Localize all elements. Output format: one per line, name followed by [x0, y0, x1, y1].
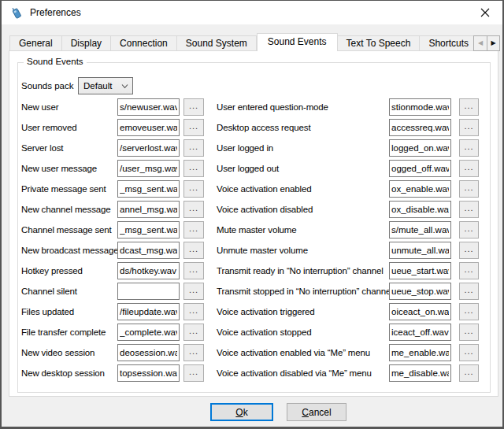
- sounds-pack-select[interactable]: Default: [78, 77, 133, 94]
- arrow-left-icon: ◀: [478, 40, 483, 46]
- sound-event-row: Voice activation stopped...: [9, 324, 498, 341]
- sound-event-row: Unmute master volume...: [9, 242, 498, 259]
- sound-event-label: Transmit stopped in “No interruption” ch…: [217, 287, 393, 296]
- sound-event-label: Desktop access request: [217, 123, 310, 132]
- sound-file-input[interactable]: [389, 283, 451, 300]
- browse-button[interactable]: ...: [459, 201, 479, 218]
- chevron-down-icon: [121, 83, 128, 89]
- sound-event-label: Unmute master volume: [217, 246, 308, 255]
- browse-button[interactable]: ...: [459, 262, 479, 279]
- close-icon: [480, 8, 490, 17]
- sound-file-input[interactable]: [389, 201, 451, 218]
- app-icon: [10, 6, 23, 19]
- tab-bar: GeneralDisplayConnectionSound SystemSoun…: [9, 33, 498, 51]
- sound-event-row: Voice activation disabled via “Me” menu.…: [9, 364, 498, 382]
- sound-file-input[interactable]: [389, 98, 451, 116]
- tab-scroll-buttons: ◀ ▶: [473, 35, 500, 51]
- sound-file-input[interactable]: [389, 364, 451, 382]
- sound-event-label: Voice activation triggered: [217, 307, 315, 316]
- sound-file-input[interactable]: [389, 160, 451, 177]
- sound-event-label: User logged out: [217, 164, 279, 173]
- browse-button[interactable]: ...: [459, 160, 479, 177]
- browse-button[interactable]: ...: [459, 283, 479, 300]
- tab-shortcuts[interactable]: Shortcuts: [420, 35, 478, 50]
- sound-event-row: Transmit ready in “No interruption” chan…: [9, 262, 498, 279]
- sound-file-input[interactable]: [389, 344, 451, 361]
- sound-event-label: Voice activation disabled: [217, 205, 313, 214]
- sound-event-label: Voice activation disabled via “Me” menu: [217, 368, 372, 378]
- browse-button[interactable]: ...: [459, 303, 479, 320]
- tab-text-to-speech[interactable]: Text To Speech: [338, 35, 421, 50]
- sound-event-row: Voice activation triggered...: [9, 303, 498, 320]
- sound-event-label: User logged in: [217, 143, 273, 153]
- browse-button[interactable]: ...: [459, 119, 479, 136]
- tab-sound-events[interactable]: Sound Events: [257, 33, 338, 51]
- sound-event-row: User entered question-mode...: [9, 98, 498, 116]
- window-title: Preferences: [30, 1, 81, 24]
- sound-event-row: Mute master volume...: [9, 221, 498, 239]
- cancel-button[interactable]: Cancel: [287, 403, 346, 421]
- sound-event-row: Voice activation enabled via “Me” menu..…: [9, 344, 498, 361]
- sound-file-input[interactable]: [389, 180, 451, 198]
- arrow-right-icon: ▶: [491, 40, 495, 46]
- sound-event-row: Transmit stopped in “No interruption” ch…: [9, 283, 498, 300]
- sound-event-label: Transmit ready in “No interruption” chan…: [217, 266, 384, 276]
- sound-file-input[interactable]: [389, 303, 451, 320]
- browse-button[interactable]: ...: [459, 242, 479, 259]
- browse-button[interactable]: ...: [459, 221, 479, 239]
- titlebar: Preferences: [2, 1, 502, 24]
- sound-file-input[interactable]: [389, 324, 451, 341]
- sound-file-input[interactable]: [389, 262, 451, 279]
- sound-events-tab-page: Sound Events Sounds pack Default New use…: [9, 50, 498, 397]
- preferences-dialog: Preferences GeneralDisplayConnectionSoun…: [0, 0, 504, 429]
- browse-button[interactable]: ...: [459, 98, 479, 116]
- sound-file-input[interactable]: [389, 221, 451, 239]
- tab-display[interactable]: Display: [62, 35, 111, 50]
- sounds-pack-value: Default: [83, 78, 112, 94]
- browse-button[interactable]: ...: [459, 364, 479, 382]
- sound-event-label: Voice activation stopped: [217, 327, 311, 337]
- browse-button[interactable]: ...: [459, 180, 479, 198]
- sound-event-row: User logged in...: [9, 139, 498, 157]
- sound-event-row: Desktop access request...: [9, 119, 498, 136]
- browse-button[interactable]: ...: [459, 344, 479, 361]
- sound-event-label: Voice activation enabled: [217, 184, 311, 194]
- tab-sound-system[interactable]: Sound System: [177, 35, 257, 50]
- tab-scroll-right-button[interactable]: ▶: [487, 35, 500, 51]
- sound-event-label: User entered question-mode: [217, 102, 328, 112]
- tab-connection[interactable]: Connection: [111, 35, 177, 50]
- sound-event-row: Voice activation disabled...: [9, 201, 498, 218]
- sound-event-label: Mute master volume: [217, 225, 296, 235]
- sound-file-input[interactable]: [389, 242, 451, 259]
- tab-scroll-left-button[interactable]: ◀: [473, 35, 487, 51]
- close-button[interactable]: [467, 1, 502, 24]
- browse-button[interactable]: ...: [459, 324, 479, 341]
- ok-button[interactable]: Ok: [210, 403, 273, 421]
- sound-event-label: Voice activation enabled via “Me” menu: [217, 348, 370, 357]
- browse-button[interactable]: ...: [459, 139, 479, 157]
- groupbox-title: Sound Events: [24, 57, 87, 66]
- sound-file-input[interactable]: [389, 139, 451, 157]
- sound-file-input[interactable]: [389, 119, 451, 136]
- sound-event-row: User logged out...: [9, 160, 498, 177]
- sounds-pack-label: Sounds pack: [21, 77, 74, 94]
- tab-general[interactable]: General: [9, 35, 62, 50]
- sound-event-row: Voice activation enabled...: [9, 180, 498, 198]
